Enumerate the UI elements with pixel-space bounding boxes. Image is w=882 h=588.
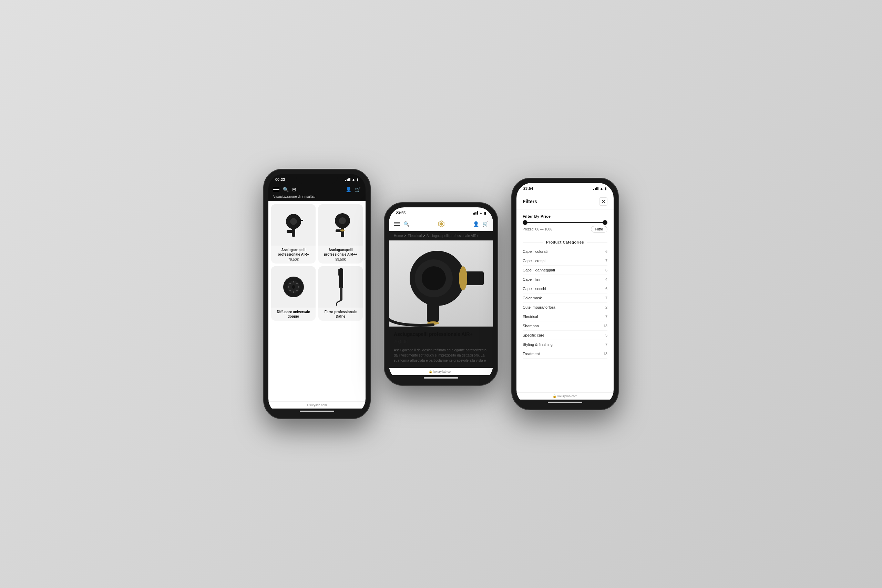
account-icon-1[interactable]: 👤	[346, 187, 351, 192]
category-item-styling[interactable]: Styling & finishing 7	[523, 340, 608, 349]
product-info-1: Asciugacapelli professionale AIR+ 79,50€	[271, 246, 316, 264]
price-slider[interactable]	[523, 222, 608, 223]
phone-2: 23:55 ▲ ▮	[384, 202, 498, 386]
svg-point-14	[293, 281, 294, 282]
product-detail-content: Asciugacapelli professionale AIR+ 79,50€…	[389, 327, 493, 368]
notch-1	[296, 174, 338, 184]
battery-icon-3: ▮	[604, 187, 607, 190]
category-count-capelli-crespi: 7	[605, 259, 608, 263]
category-item-cute-impura[interactable]: Cute impura/forfora 2	[523, 303, 608, 312]
time-2: 23:55	[396, 211, 405, 215]
scene: 00:23 ▲ ▮	[250, 148, 632, 440]
category-count-cute-impura: 2	[605, 305, 608, 309]
product-detail-name: Asciugacapelli professionale AIR+	[394, 332, 488, 337]
notch-2	[420, 207, 462, 217]
hairdryer-svg-1	[282, 211, 306, 239]
svg-point-3	[290, 218, 297, 225]
account-icon-2[interactable]: 👤	[473, 221, 479, 226]
product-card-4[interactable]: Ferro professionale Dafne	[318, 266, 363, 321]
right-nav-icons-2: 👤 🛒	[473, 221, 488, 226]
product-img-2	[318, 204, 363, 246]
footer-3: 🔒 luxuryilab.com	[516, 392, 614, 400]
product-detail-price: 79,50€	[394, 339, 488, 344]
home-indicator-3	[548, 402, 582, 403]
price-range-text: Prezzo: 0€ — 100€	[523, 227, 552, 231]
breadcrumb-home[interactable]: Home	[394, 234, 403, 238]
home-indicator-2	[424, 377, 458, 379]
close-filters-button[interactable]: ✕	[599, 197, 608, 206]
cart-icon-1[interactable]: 🛒	[355, 187, 361, 192]
signal-icon-1	[345, 178, 350, 181]
svg-marker-25	[440, 222, 443, 226]
filter-icon[interactable]: ⊟	[292, 187, 296, 192]
svg-point-20	[296, 290, 298, 291]
hamburger-icon[interactable]	[273, 186, 279, 192]
signal-icon-2	[473, 211, 478, 214]
left-nav-icons-2: 🔍	[394, 221, 409, 227]
status-icons-2: ▲ ▮	[473, 211, 486, 215]
phone-3: 23:54 ▲ ▮ Filters ✕	[512, 178, 618, 410]
svg-rect-22	[340, 287, 342, 301]
category-name-capelli-colorati: Capelli colorati	[523, 249, 548, 254]
slider-thumb-right[interactable]	[603, 220, 608, 225]
phone1-nav-bar: 🔍 ⊟ 👤 🛒 Visualizzazione di 7 risultati	[268, 184, 366, 201]
svg-rect-4	[300, 220, 303, 221]
product-card-3[interactable]: Diffusore universale doppio	[271, 266, 316, 321]
filter-price-label: Filter By Price	[523, 214, 608, 218]
search-icon-2[interactable]: 🔍	[404, 221, 409, 226]
product-name-2: Asciugacapelli professionale AIR++	[320, 248, 362, 256]
filters-screen: Filters ✕ Filter By Price Prezzo: 0€ — 1…	[516, 192, 614, 392]
status-bar-1: 00:23 ▲ ▮	[268, 174, 366, 184]
category-name-styling: Styling & finishing	[523, 342, 553, 346]
wifi-icon-2: ▲	[479, 211, 483, 215]
category-item-capelli-colorati[interactable]: Capelli colorati 6	[523, 247, 608, 256]
svg-point-16	[288, 286, 289, 288]
filters-title: Filters	[523, 199, 537, 204]
products-grid: Asciugacapelli professionale AIR+ 79,50€	[268, 201, 366, 324]
status-bar-2: 23:55 ▲ ▮	[389, 207, 493, 217]
category-count-capelli-danneggiati: 6	[605, 268, 608, 272]
notch-3	[544, 183, 586, 192]
category-item-capelli-secchi[interactable]: Capelli secchi 6	[523, 284, 608, 294]
search-icon-1[interactable]: 🔍	[283, 187, 289, 192]
breadcrumb-product: Asciugacapelli professionale AIR+	[426, 234, 478, 238]
cart-icon-2[interactable]: 🛒	[482, 221, 488, 226]
wifi-icon-1: ▲	[352, 178, 355, 182]
logo-icon-2	[437, 220, 446, 228]
svg-rect-6	[341, 228, 344, 237]
product-card-1[interactable]: Asciugacapelli professionale AIR+ 79,50€	[271, 204, 316, 264]
results-count: Visualizzazione di 7 risultati	[273, 195, 361, 198]
category-item-electrical[interactable]: Electrical 7	[523, 312, 608, 321]
category-item-specific-care[interactable]: Specific care 5	[523, 331, 608, 340]
category-count-color-mask: 7	[605, 296, 608, 300]
filter-price-section: Filter By Price Prezzo: 0€ — 100€ Filtro	[516, 209, 614, 237]
product-detail-desc: Asciugacapelli dal design raffinato ed e…	[394, 348, 488, 363]
product-card-2[interactable]: Asciugacapelli professionale AIR++ 99,50…	[318, 204, 363, 264]
svg-point-31	[422, 266, 446, 290]
category-item-treatment[interactable]: Treatment 13	[523, 349, 608, 358]
categories-list: Capelli colorati 6 Capelli crespi 7 Cape…	[516, 247, 614, 358]
category-item-shampoo[interactable]: Shampoo 13	[523, 321, 608, 331]
category-item-capelli-crespi[interactable]: Capelli crespi 7	[523, 256, 608, 266]
product-name-3: Diffusore universale doppio	[273, 310, 314, 319]
slider-thumb-left[interactable]	[523, 220, 528, 225]
svg-point-13	[290, 283, 291, 284]
svg-point-18	[290, 290, 291, 291]
svg-rect-28	[427, 301, 439, 325]
status-bar-3: 23:54 ▲ ▮	[516, 183, 614, 192]
breadcrumb-category[interactable]: Electrical	[408, 234, 422, 238]
category-item-capelli-danneggiati[interactable]: Capelli danneggiati 6	[523, 266, 608, 275]
time-1: 00:23	[275, 177, 285, 182]
home-indicator-1	[300, 411, 334, 412]
product-price-2: 99,50€	[320, 258, 362, 261]
category-item-color-mask[interactable]: Color mask 7	[523, 294, 608, 303]
category-count-capelli-colorati: 6	[605, 249, 608, 254]
category-item-capelli-fini[interactable]: Capelli fini 4	[523, 275, 608, 284]
category-name-capelli-secchi: Capelli secchi	[523, 286, 546, 291]
product-img-4	[318, 266, 363, 308]
category-count-treatment: 13	[603, 352, 608, 356]
divider-line-right	[587, 242, 608, 243]
filter-apply-button[interactable]: Filtro	[591, 226, 608, 232]
hamburger-icon-2[interactable]	[394, 221, 400, 227]
battery-icon-2: ▮	[484, 211, 486, 215]
